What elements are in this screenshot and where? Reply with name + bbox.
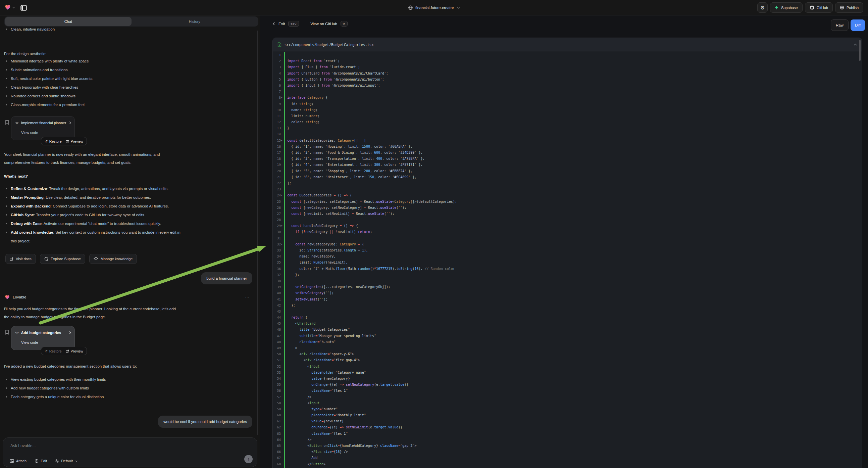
chevron-right-icon xyxy=(69,331,71,334)
list-item: Master Prompting: Use clear, detailed, a… xyxy=(0,193,235,202)
code-editor[interactable]: 12import React from 'react';3import { Pl… xyxy=(273,51,862,468)
lovable-logo-icon[interactable] xyxy=(5,4,11,10)
preview-button[interactable]: Preview xyxy=(66,349,83,353)
diff-toggle-button[interactable]: Diff xyxy=(850,20,865,31)
line-number: 16 xyxy=(273,144,281,150)
view-code-link[interactable]: View code xyxy=(21,130,38,135)
code-line: 13} xyxy=(273,125,862,131)
chat-composer: Ask Lovable... Attach Edit Default xyxy=(3,437,257,467)
collapse-chevron-up-icon[interactable] xyxy=(854,43,857,46)
code-line: 8▾interface Category { xyxy=(273,95,862,101)
line-number: 56 xyxy=(273,388,281,394)
list-item: Rounded corners and subtle shadows xyxy=(0,92,248,100)
sliders-icon xyxy=(55,459,59,463)
logo-chevron-down-icon[interactable] xyxy=(12,6,15,9)
attach-button[interactable]: Attach xyxy=(10,459,27,463)
explore-supabase-button[interactable]: Explore Supabase xyxy=(40,254,85,264)
line-number: 52 xyxy=(273,363,281,370)
feature-list-tail: Clean, intuitive navigation xyxy=(0,25,248,34)
fold-chevron-icon[interactable]: ▾ xyxy=(281,193,282,198)
line-number: 30 xyxy=(273,229,281,235)
preview-button[interactable]: Preview xyxy=(66,139,83,143)
list-item: Debug with Ease: Activate our experiment… xyxy=(0,219,235,228)
publish-label: Publish xyxy=(846,6,859,10)
code-line: 48 className="h-auto" xyxy=(273,339,862,345)
line-number: 60 xyxy=(273,412,281,418)
code-line: 51 <div className="flex gap-4"> xyxy=(273,357,862,363)
code-line: 20 { id: '5', name: 'Shopping', limit: 2… xyxy=(273,168,862,174)
line-number: 23 xyxy=(273,186,281,193)
send-button[interactable]: ↑ xyxy=(244,455,253,463)
code-line: 4import ChartCard from '@/components/ui/… xyxy=(273,70,862,77)
code-icon: <> xyxy=(15,331,19,334)
project-switcher[interactable]: financial-future-creator xyxy=(408,0,460,15)
action-buttons-row: Visit docs Explore Supabase Manage knowl… xyxy=(5,254,137,264)
line-number: 11 xyxy=(273,113,281,119)
version-card-title: Implement financial planner xyxy=(21,121,66,125)
fold-chevron-icon[interactable]: ▾ xyxy=(281,241,282,247)
code-line: 47 subtitle="Manage your spending limits… xyxy=(273,333,862,339)
line-number: 8 xyxy=(273,95,281,101)
chat-input[interactable]: Ask Lovable... xyxy=(10,443,36,448)
view-code-link[interactable]: View code xyxy=(21,341,38,345)
line-number: 50 xyxy=(273,351,281,357)
line-number: 7 xyxy=(273,89,281,95)
view-on-github-button[interactable]: View on GitHub xyxy=(310,22,337,26)
line-number: 66 xyxy=(273,449,281,455)
line-number: 55 xyxy=(273,382,281,388)
code-line: 25 const [categories, setCategories] = R… xyxy=(273,199,862,205)
restore-button-disabled[interactable]: ↺ Restore xyxy=(44,349,62,353)
settings-button[interactable]: ⚙ xyxy=(757,2,768,13)
g-shortcut-badge: G xyxy=(341,21,348,27)
line-number: 29 xyxy=(273,223,281,229)
code-line: 31 xyxy=(273,235,862,241)
raw-toggle-button[interactable]: Raw xyxy=(831,20,848,31)
exit-button[interactable]: Exit xyxy=(278,22,285,26)
code-line: 27 const [newLimit, setNewLimit] = React… xyxy=(273,211,862,217)
chat-scrollbar[interactable] xyxy=(257,31,258,435)
list-item: Clean typography with clear hierarchies xyxy=(0,83,248,92)
code-line: 11 limit: number; xyxy=(273,113,862,119)
line-number: 6 xyxy=(273,83,281,89)
list-item: Refine & Customize: Tweak the design, an… xyxy=(0,184,235,193)
whats-next-heading: What's next? xyxy=(4,174,28,178)
github-button[interactable]: GitHub xyxy=(805,2,833,13)
chat-bubble-icon xyxy=(44,257,48,261)
code-line: 24▾const BudgetCategories = () => { xyxy=(273,193,862,198)
code-line: 2import React from 'react'; xyxy=(273,58,862,64)
aesthetic-list: Minimalist interface with plenty of whit… xyxy=(0,57,248,109)
file-header[interactable]: src/components/budget/BudgetCategories.t… xyxy=(273,38,862,51)
visit-docs-button[interactable]: Visit docs xyxy=(5,254,36,264)
code-line: 67 Add xyxy=(273,455,862,461)
code-line: 23 xyxy=(273,186,862,193)
code-line: 9 id: string; xyxy=(273,101,862,107)
external-link-icon xyxy=(10,257,13,261)
code-line: 32▾ const newCategoryObj: Category = { xyxy=(273,241,862,247)
manage-knowledge-button[interactable]: Manage knowledge xyxy=(89,254,137,264)
line-number: 37 xyxy=(273,272,281,278)
line-number: 51 xyxy=(273,357,281,363)
code-line: 35 limit: Number(newLimit), xyxy=(273,260,862,266)
sidebar-toggle-icon[interactable] xyxy=(20,4,28,12)
publish-button[interactable]: Publish xyxy=(835,2,863,13)
edit-button[interactable]: Edit xyxy=(35,459,47,463)
line-number: 39 xyxy=(273,284,281,290)
fold-chevron-icon[interactable]: ▾ xyxy=(281,223,282,229)
supabase-button[interactable]: Supabase xyxy=(770,2,803,13)
fold-chevron-icon[interactable]: ▾ xyxy=(281,95,282,101)
line-number: 34 xyxy=(273,254,281,260)
bookmark-icon[interactable] xyxy=(5,120,9,125)
code-line: 17 { id: '2', name: 'Food & Dining', lim… xyxy=(273,150,862,156)
message-menu-button[interactable]: ⋯ xyxy=(245,294,250,299)
fold-chevron-icon[interactable]: ▾ xyxy=(281,138,282,144)
restore-button[interactable]: ↺ Restore xyxy=(44,139,62,143)
code-line: 57 /> xyxy=(273,394,862,400)
whats-next-list: Refine & Customize: Tweak the design, an… xyxy=(0,184,235,245)
bookmark-icon[interactable] xyxy=(5,330,9,335)
code-scrollbar[interactable] xyxy=(859,40,861,61)
model-selector[interactable]: Default xyxy=(55,459,78,463)
assistant-paragraph: I'll help you add budget categories to t… xyxy=(4,305,246,321)
chevron-left-icon xyxy=(273,22,275,26)
code-line: 59 type="number" xyxy=(273,406,862,412)
file-path: src/components/budget/BudgetCategories.t… xyxy=(284,42,850,47)
